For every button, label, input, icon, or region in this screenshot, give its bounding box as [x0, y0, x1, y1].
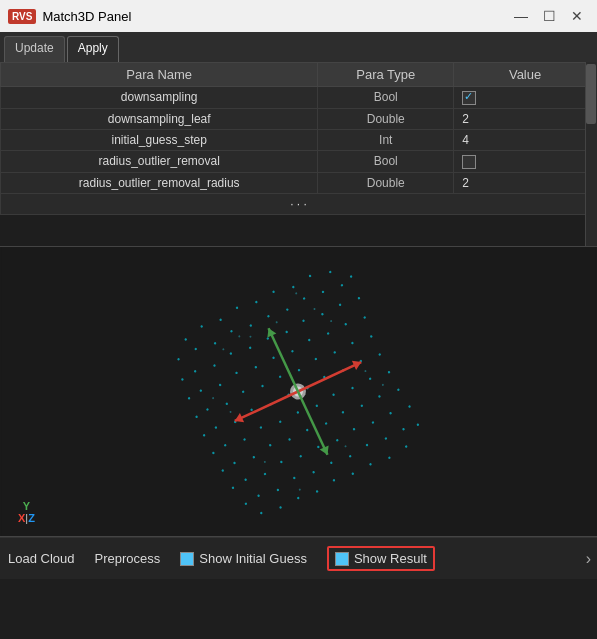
x-axis-label: X [18, 512, 25, 524]
param-value[interactable] [454, 150, 597, 172]
param-type: Bool [318, 150, 454, 172]
param-type: Double [318, 172, 454, 193]
col-header-name: Para Name [1, 63, 318, 87]
param-type: Bool [318, 87, 454, 109]
3d-viewport[interactable]: Y X | Z [0, 247, 597, 537]
close-button[interactable]: ✕ [565, 6, 589, 26]
param-name: downsampling [1, 87, 318, 109]
param-name: radius_outlier_removal_radius [1, 172, 318, 193]
truncated-indicator: · · · [1, 193, 597, 214]
titlebar: RVS Match3D Panel — ☐ ✕ [0, 0, 597, 32]
col-header-value: Value [454, 63, 597, 87]
param-value[interactable] [454, 87, 597, 109]
param-type: Double [318, 108, 454, 129]
show-initial-guess-toggle[interactable]: Show Initial Guess [180, 551, 307, 566]
param-table: Para Name Para Type Value downsampling B… [0, 62, 597, 215]
app-logo: RVS [8, 9, 36, 24]
window-title: Match3D Panel [42, 9, 503, 24]
y-axis-label: Y [23, 500, 30, 512]
show-result-toggle[interactable]: Show Result [327, 546, 435, 571]
param-value[interactable]: 2 [454, 172, 597, 193]
window-controls: — ☐ ✕ [509, 6, 589, 26]
param-name: radius_outlier_removal [1, 150, 318, 172]
tab-apply[interactable]: Apply [67, 36, 119, 62]
show-result-label: Show Result [354, 551, 427, 566]
checkbox-radius-outlier[interactable] [462, 155, 476, 169]
load-cloud-button[interactable]: Load Cloud [8, 551, 75, 566]
axes-indicator: Y X | Z [18, 500, 35, 524]
table-row: radius_outlier_removal_radius Double 2 [1, 172, 597, 193]
toolbar-arrow-button[interactable]: › [586, 550, 591, 568]
col-header-type: Para Type [318, 63, 454, 87]
show-result-checkbox[interactable] [335, 552, 349, 566]
param-table-wrapper: Para Name Para Type Value downsampling B… [0, 62, 597, 247]
table-row: downsampling Bool [1, 87, 597, 109]
param-name: downsampling_leaf [1, 108, 318, 129]
table-row: radius_outlier_removal Bool [1, 150, 597, 172]
z-axis-label: Z [28, 512, 35, 524]
tab-bar: Update Apply [0, 32, 597, 62]
scrollbar-thumb[interactable] [586, 64, 596, 124]
param-value[interactable]: 4 [454, 129, 597, 150]
point-cloud-svg [0, 247, 597, 536]
param-name: initial_guess_step [1, 129, 318, 150]
table-row: downsampling_leaf Double 2 [1, 108, 597, 129]
show-initial-guess-checkbox[interactable] [180, 552, 194, 566]
scrollbar-track[interactable] [585, 62, 597, 246]
table-row: initial_guess_step Int 4 [1, 129, 597, 150]
preprocess-button[interactable]: Preprocess [95, 551, 161, 566]
param-type: Int [318, 129, 454, 150]
checkbox-downsampling[interactable] [462, 91, 476, 105]
minimize-button[interactable]: — [509, 6, 533, 26]
show-initial-guess-label: Show Initial Guess [199, 551, 307, 566]
tab-update[interactable]: Update [4, 36, 65, 62]
bottom-toolbar: Load Cloud Preprocess Show Initial Guess… [0, 537, 597, 579]
param-value[interactable]: 2 [454, 108, 597, 129]
table-row-truncated: · · · [1, 193, 597, 214]
maximize-button[interactable]: ☐ [537, 6, 561, 26]
